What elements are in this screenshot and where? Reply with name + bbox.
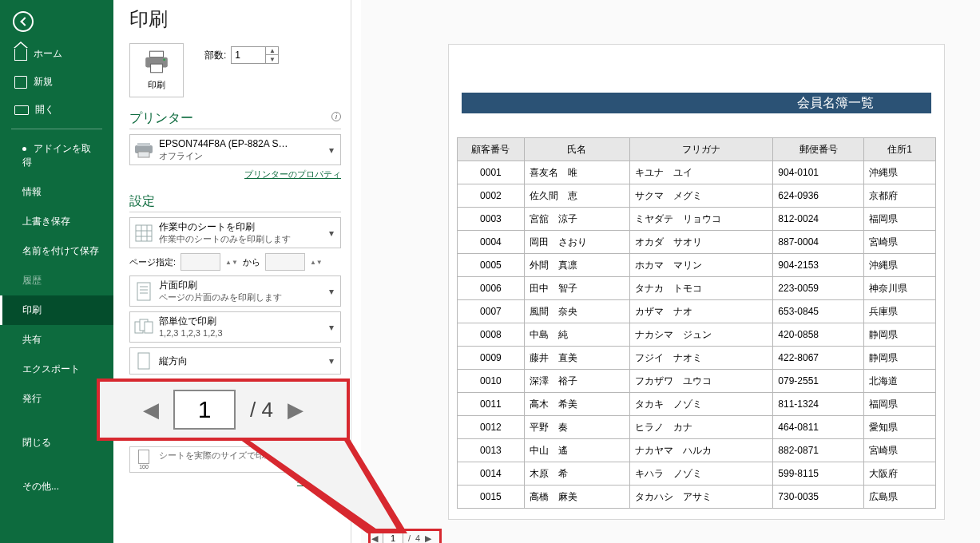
table-cell: 喜友名 唯 [524,161,629,184]
table-row: 0011高木 希美タカキ ノゾミ811-1324福岡県 [458,393,936,416]
nav-home[interactable]: ホーム [0,40,113,68]
print-what-l1: 作業中のシートを印刷 [159,220,326,233]
table-cell: オカダ サオリ [629,231,773,254]
print-preview-pane: 会員名簿一覧 顧客番号氏名フリガナ郵便番号住所1 0001喜友名 唯キユナ ユイ… [361,0,980,543]
nav-new[interactable]: 新規 [0,68,113,96]
nav-info[interactable]: 情報 [0,177,113,207]
table-header: 住所1 [864,138,936,161]
svg-rect-0 [150,51,164,57]
table-cell: タカハシ アサミ [629,486,773,509]
svg-rect-12 [137,283,150,300]
table-cell: 0011 [458,393,525,416]
table-cell: 兵庫県 [864,300,936,323]
svg-rect-7 [136,225,152,241]
orientation-icon [133,351,154,371]
page-range-label: ページ指定: [129,256,176,268]
page-title: 印刷 [129,6,341,32]
nav-share[interactable]: 共有 [0,325,113,355]
svg-rect-19 [138,353,149,369]
nav-print[interactable]: 印刷 [0,295,113,325]
table-cell: 中島 純 [524,323,629,347]
table-row: 0008中島 純ナカシマ ジュン420-0858静岡県 [458,323,936,347]
table-row: 0001喜友名 唯キユナ ユイ904-0101沖縄県 [458,161,936,184]
table-cell: 藤井 直美 [524,347,629,370]
chevron-down-icon: ▾ [326,228,337,239]
table-cell: 730-0035 [773,486,864,509]
nav-more[interactable]: その他... [0,472,113,501]
table-cell: 木原 希 [524,462,629,486]
collate-dropdown[interactable]: 部単位で印刷 1,2,3 1,2,3 1,2,3 ▾ [129,311,341,343]
nav-open-label: 開く [35,103,54,117]
table-cell: 佐久間 恵 [524,184,629,208]
page-setup-link[interactable]: ページ設… [129,476,341,488]
table-cell: サクマ メグミ [629,184,773,208]
table-cell: 深澤 裕子 [524,370,629,393]
duplex-dropdown[interactable]: 片面印刷 ページの片面のみを印刷します ▾ [129,275,341,307]
print-what-dropdown[interactable]: 作業中のシートを印刷 作業中のシートのみを印刷します ▾ [129,217,341,248]
table-row: 0014木原 希キハラ ノゾミ599-8115大阪府 [458,462,936,486]
table-cell: 464-0811 [773,416,864,439]
orientation-dropdown[interactable]: 縦方向 ▾ [129,347,341,375]
sheet-icon [133,223,154,244]
chevron-down-icon: ▾ [326,322,337,333]
table-cell: 福岡県 [864,393,936,416]
table-cell: 0012 [458,416,525,439]
chevron-down-icon: ▾ [326,145,337,156]
table-cell: 887-0004 [773,231,864,254]
copies-spinner[interactable]: ▲ ▼ [231,46,279,64]
spin-down-icon[interactable]: ▼ [266,55,278,63]
table-cell: キユナ ユイ [629,161,773,184]
back-button[interactable] [13,11,34,32]
table-row: 0013中山 遙ナカヤマ ハルカ882-0871宮崎県 [458,439,936,462]
spin-up-icon[interactable]: ▲ [266,47,278,55]
print-settings-pane: 印刷 印刷 部数: ▲ ▼ プリンター i [113,0,351,543]
home-icon [14,48,27,61]
scaling-dropdown[interactable]: 100 シートを実際のサイズで印刷… [129,446,341,473]
table-cell: 外間 真凛 [524,254,629,277]
copies-label: 部数: [204,49,226,62]
scale-icon: 100 [133,450,154,470]
table-cell: 0004 [458,231,525,254]
table-cell: フカザワ ユウコ [629,370,773,393]
nav-open[interactable]: 開く [0,96,113,124]
table-cell: 0002 [458,184,525,208]
table-header: 顧客番号 [458,138,525,161]
table-cell: 0010 [458,370,525,393]
table-cell: ナカヤマ ハルカ [629,439,773,462]
table-cell: 811-1324 [773,393,864,416]
table-cell: 北海道 [864,370,936,393]
folder-icon [14,105,29,115]
info-icon[interactable]: i [331,112,341,121]
printer-properties-link[interactable]: プリンターのプロパティ [129,168,341,180]
table-cell: 宮崎県 [864,439,936,462]
table-cell: タナカ トモコ [629,277,773,300]
printer-dropdown[interactable]: EPSON744F8A (EP-882A S… オフライン ▾ [129,134,341,165]
back-arrow-icon [20,17,29,26]
page-from-input[interactable] [181,253,220,271]
nav-saveas[interactable]: 名前を付けて保存 [0,236,113,266]
table-cell: 神奈川県 [864,277,936,300]
table-row: 0003宮舘 涼子ミヤダテ リョウコ812-0024福岡県 [458,208,936,231]
table-cell: 大阪府 [864,462,936,486]
table-cell: 904-2153 [773,254,864,277]
table-header: 氏名 [524,138,629,161]
preview-page: 会員名簿一覧 顧客番号氏名フリガナ郵便番号住所1 0001喜友名 唯キユナ ユイ… [449,45,944,519]
page-to-input[interactable] [265,253,305,271]
table-cell: 223-0059 [773,277,864,300]
copies-input[interactable] [232,47,265,63]
table-cell: 599-8115 [773,462,864,486]
nav-addins[interactable]: アドインを取得 [0,134,113,177]
table-row: 0007風間 奈央カザマ ナオ653-0845兵庫県 [458,300,936,323]
table-cell: カザマ ナオ [629,300,773,323]
table-row: 0009藤井 直美フジイ ナオミ422-8067静岡県 [458,347,936,370]
nav-history: 履歴 [0,266,113,295]
table-cell: ナカシマ ジュン [629,323,773,347]
table-cell: 0006 [458,277,525,300]
print-button[interactable]: 印刷 [129,43,184,97]
table-cell: 中山 遙 [524,439,629,462]
table-row: 0015高橋 麻美タカハシ アサミ730-0035広島県 [458,486,936,509]
orientation-label: 縦方向 [159,355,326,367]
table-cell: 0007 [458,300,525,323]
table-cell: キハラ ノゾミ [629,462,773,486]
nav-save[interactable]: 上書き保存 [0,207,113,236]
